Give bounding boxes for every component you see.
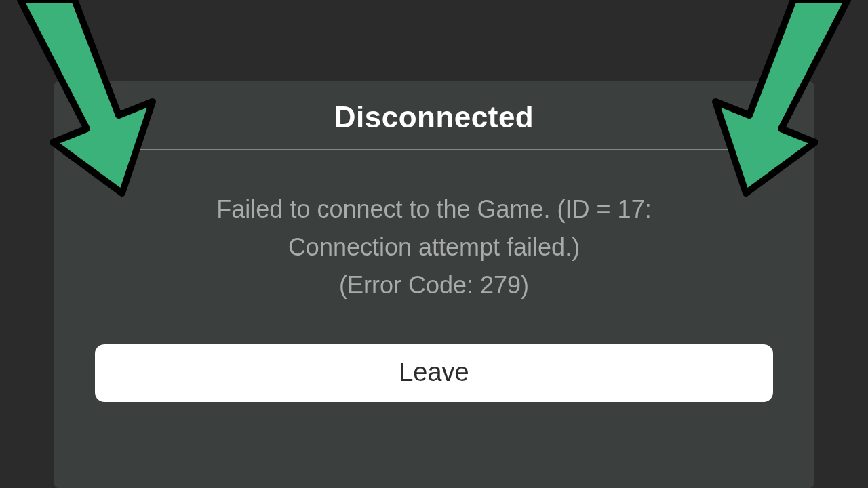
dialog-divider	[95, 149, 773, 150]
dialog-message-line1: Failed to connect to the Game. (ID = 17:	[115, 190, 753, 228]
error-screen: Disconnected Failed to connect to the Ga…	[0, 0, 868, 488]
dialog-message: Failed to connect to the Game. (ID = 17:…	[115, 190, 753, 304]
dialog-title: Disconnected	[95, 100, 773, 149]
leave-button[interactable]: Leave	[95, 344, 773, 402]
dialog-message-line3: (Error Code: 279)	[115, 266, 753, 304]
dialog-message-line2: Connection attempt failed.)	[115, 228, 753, 266]
disconnected-dialog: Disconnected Failed to connect to the Ga…	[54, 81, 814, 488]
